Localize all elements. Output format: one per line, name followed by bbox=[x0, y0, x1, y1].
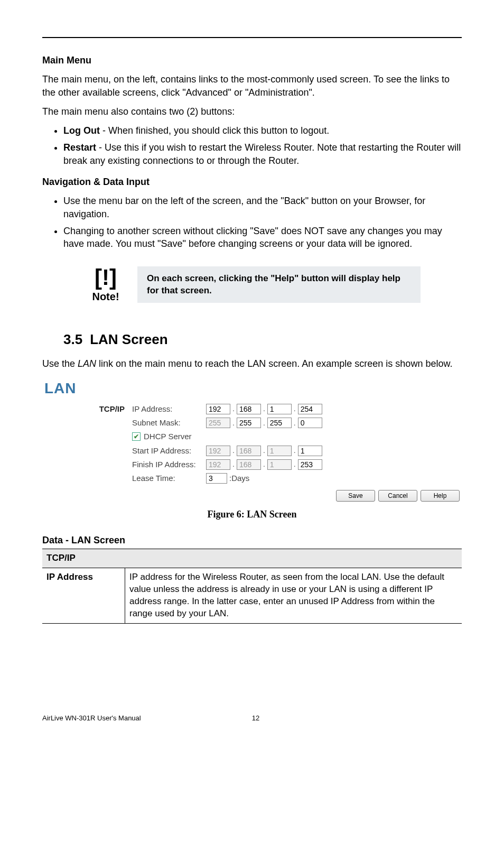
page-top-rule bbox=[42, 37, 462, 38]
heading-nav-input: Navigation & Data Input bbox=[42, 175, 462, 188]
main-menu-button-list: Log Out - When finished, you should clic… bbox=[42, 124, 462, 167]
dot-icon: . bbox=[263, 404, 265, 414]
start-ip-octet-1[interactable] bbox=[206, 446, 230, 456]
ip-octet-4[interactable] bbox=[298, 404, 322, 414]
dot-icon: . bbox=[232, 446, 235, 456]
lan-intro-em: LAN bbox=[78, 358, 96, 369]
dot-icon: . bbox=[232, 459, 235, 469]
lan-intro-pre: Use the bbox=[42, 358, 78, 369]
restart-label: Restart bbox=[63, 142, 96, 153]
subnet-octet-4[interactable] bbox=[298, 418, 322, 428]
dot-icon: . bbox=[263, 418, 265, 428]
lan-intro-post: link on the main menu to reach the LAN s… bbox=[96, 358, 452, 369]
data-lan-heading: Data - LAN Screen bbox=[42, 534, 462, 547]
dhcp-server-checkbox[interactable]: ✔ bbox=[132, 432, 141, 441]
section-title: LAN Screen bbox=[90, 331, 167, 347]
table-key-ip-address: IP Address bbox=[42, 568, 125, 623]
logout-label: Log Out bbox=[63, 125, 100, 136]
cancel-button[interactable]: Cancel bbox=[378, 490, 417, 502]
dot-icon: . bbox=[294, 418, 296, 428]
lease-time-input[interactable] bbox=[206, 473, 227, 484]
footer-manual-title: AirLive WN-301R User's Manual bbox=[42, 714, 141, 723]
dot-icon: . bbox=[232, 418, 235, 428]
start-ip-octet-2[interactable] bbox=[237, 446, 261, 456]
list-item: Use the menu bar on the left of the scre… bbox=[63, 195, 462, 220]
start-ip-label: Start IP Address: bbox=[132, 446, 206, 456]
footer-page-number: 12 bbox=[252, 714, 259, 723]
dhcp-server-label: DHCP Server bbox=[144, 431, 192, 442]
finish-ip-octet-3[interactable] bbox=[267, 459, 292, 470]
start-ip-octet-4[interactable] bbox=[298, 446, 322, 456]
note-text: On each screen, clicking the "Help" butt… bbox=[137, 266, 421, 303]
page-footer: AirLive WN-301R User's Manual 12 bbox=[42, 714, 462, 723]
subnet-octet-1[interactable] bbox=[206, 418, 230, 428]
ip-address-label: IP Address: bbox=[132, 404, 206, 414]
finish-ip-octet-1[interactable] bbox=[206, 459, 230, 470]
finish-ip-octet-4[interactable] bbox=[298, 459, 322, 470]
lease-time-label: Lease Time: bbox=[132, 473, 206, 484]
ip-octet-3[interactable] bbox=[267, 404, 292, 414]
ip-octet-2[interactable] bbox=[237, 404, 261, 414]
nav-input-list: Use the menu bar on the left of the scre… bbox=[42, 195, 462, 250]
list-item: Changing to another screen without click… bbox=[63, 225, 462, 251]
lease-time-fields: :Days bbox=[206, 473, 462, 484]
start-ip-octet-3[interactable] bbox=[267, 446, 292, 456]
ip-octet-1[interactable] bbox=[206, 404, 230, 414]
alert-icon: [!] bbox=[85, 266, 127, 289]
subnet-octet-3[interactable] bbox=[267, 418, 292, 428]
figure-caption: Figure 6: LAN Screen bbox=[42, 508, 462, 521]
lan-screen-button-row: Save Cancel Help bbox=[42, 490, 462, 502]
start-ip-fields: . . . bbox=[206, 446, 462, 456]
dot-icon: . bbox=[263, 459, 265, 469]
finish-ip-fields: . . . bbox=[206, 459, 462, 470]
restart-text: - Use this if you wish to restart the Wi… bbox=[63, 142, 461, 165]
main-menu-buttons-intro: The main menu also contains two (2) butt… bbox=[42, 105, 462, 118]
dot-icon: . bbox=[294, 404, 296, 414]
help-button[interactable]: Help bbox=[421, 490, 460, 502]
list-item: Log Out - When finished, you should clic… bbox=[63, 124, 462, 137]
subnet-mask-fields: . . . bbox=[206, 418, 462, 428]
subnet-octet-2[interactable] bbox=[237, 418, 261, 428]
dot-icon: . bbox=[294, 446, 296, 456]
ip-address-fields: . . . bbox=[206, 404, 462, 414]
finish-ip-label: Finish IP Address: bbox=[132, 459, 206, 470]
dot-icon: . bbox=[263, 446, 265, 456]
tcpip-group-label: TCP/IP bbox=[42, 404, 132, 414]
finish-ip-octet-2[interactable] bbox=[237, 459, 261, 470]
lan-intro: Use the LAN link on the main menu to rea… bbox=[42, 357, 462, 370]
table-desc-ip-address: IP address for the Wireless Router, as s… bbox=[125, 568, 462, 623]
main-menu-intro: The main menu, on the left, contains lin… bbox=[42, 73, 462, 99]
table-row: IP Address IP address for the Wireless R… bbox=[42, 568, 462, 623]
lan-screen-title: LAN bbox=[44, 378, 462, 399]
note-label: Note! bbox=[85, 290, 127, 304]
section-heading: 3.5LAN Screen bbox=[63, 330, 462, 349]
subnet-mask-label: Subnet Mask: bbox=[132, 418, 206, 428]
save-button[interactable]: Save bbox=[336, 490, 375, 502]
data-lan-table: TCP/IP IP Address IP address for the Wir… bbox=[42, 549, 462, 624]
heading-main-menu: Main Menu bbox=[42, 54, 462, 67]
dot-icon: . bbox=[294, 459, 296, 469]
lease-time-unit: :Days bbox=[229, 473, 249, 484]
logout-text: - When finished, you should click this b… bbox=[100, 125, 329, 136]
dot-icon: . bbox=[232, 404, 235, 414]
table-section-header: TCP/IP bbox=[42, 549, 462, 568]
note-icon-cell: [!] Note! bbox=[85, 266, 127, 304]
section-number: 3.5 bbox=[63, 331, 82, 347]
note-callout: [!] Note! On each screen, clicking the "… bbox=[42, 266, 462, 304]
lan-screen-figure: LAN TCP/IP IP Address: . . . Subnet Mask… bbox=[42, 376, 462, 502]
list-item: Restart - Use this if you wish to restar… bbox=[63, 141, 462, 167]
